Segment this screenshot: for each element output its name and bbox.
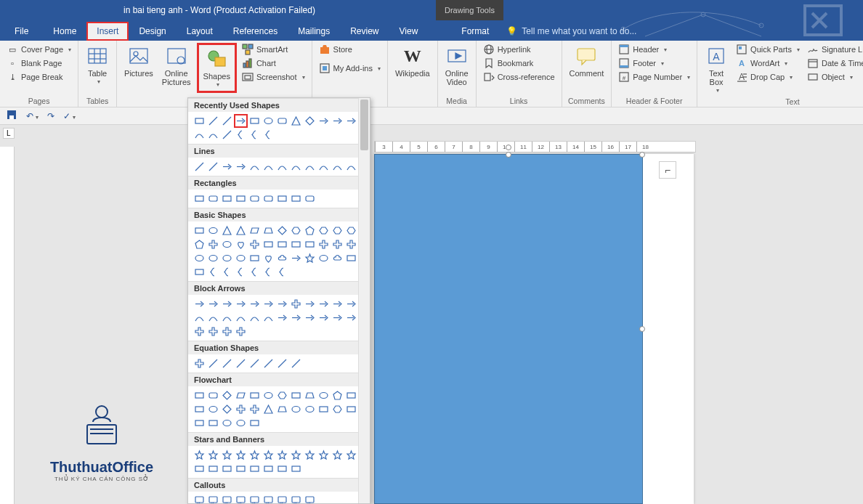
shape-dia-option[interactable]	[275, 224, 289, 237]
shape-rect-option[interactable]	[248, 389, 262, 402]
shape-line-option[interactable]	[220, 357, 234, 370]
shape-rrect-option[interactable]	[275, 114, 289, 128]
shape-arrow-option[interactable]	[275, 311, 289, 325]
shape-rect-option[interactable]	[206, 416, 220, 430]
datetime-button[interactable]: Date & Time	[805, 57, 863, 70]
shape-arrow-option[interactable]	[344, 311, 358, 325]
shape-line-option[interactable]	[220, 128, 234, 142]
shape-star-option[interactable]	[262, 448, 275, 462]
shape-arrow-option[interactable]	[262, 297, 275, 311]
shape-brace-option[interactable]	[248, 128, 262, 142]
my-addins-button[interactable]: My Add-ins	[317, 62, 383, 75]
shape-rect-option[interactable]	[234, 462, 248, 476]
shape-hex-option[interactable]	[275, 389, 289, 402]
document-page[interactable]: ⌐	[374, 154, 694, 504]
shape-oval-option[interactable]	[220, 416, 234, 430]
shape-plus-option[interactable]	[344, 237, 358, 251]
shape-oval-option[interactable]	[303, 402, 317, 416]
undo-icon[interactable]: ↶	[26, 111, 39, 121]
table-button[interactable]: Table	[83, 43, 112, 87]
shape-line-option[interactable]	[220, 114, 234, 128]
shape-oval-option[interactable]	[220, 251, 234, 265]
shape-oval-option[interactable]	[206, 402, 220, 416]
shape-heart-option[interactable]	[234, 237, 248, 251]
shape-star-option[interactable]	[303, 251, 317, 265]
vertical-ruler[interactable]	[0, 147, 15, 504]
smartart-button[interactable]: SmartArt	[240, 43, 307, 56]
shape-callout-option[interactable]	[234, 494, 248, 504]
shape-rect-option[interactable]	[248, 251, 262, 265]
page-number-button[interactable]: #Page Number	[616, 70, 692, 84]
shape-star-option[interactable]	[206, 448, 220, 462]
shape-star-option[interactable]	[331, 448, 344, 462]
shape-rect-option[interactable]	[275, 237, 289, 251]
shape-oval-option[interactable]	[234, 416, 248, 430]
shape-arrow-option[interactable]	[303, 311, 317, 325]
shape-para-option[interactable]	[248, 224, 262, 237]
shape-hex-option[interactable]	[331, 402, 344, 416]
tab-references[interactable]: References	[223, 22, 288, 41]
shape-heart-option[interactable]	[262, 251, 275, 265]
shape-brace-option[interactable]	[262, 265, 275, 279]
shape-brace-option[interactable]	[206, 265, 220, 279]
shape-rect-option[interactable]	[262, 462, 275, 476]
shape-tri-option[interactable]	[289, 114, 303, 128]
wordart-button[interactable]: AWordArt	[734, 57, 802, 70]
tab-view[interactable]: View	[389, 22, 429, 41]
shape-rect-option[interactable]	[289, 462, 303, 476]
shape-oval-option[interactable]	[234, 251, 248, 265]
horizontal-ruler[interactable]: 3456789101112131415161718	[374, 141, 696, 153]
shape-line-option[interactable]	[206, 114, 220, 128]
shape-oval-option[interactable]	[317, 251, 331, 265]
hyperlink-button[interactable]: Hyperlink	[481, 43, 557, 56]
shape-brace-option[interactable]	[248, 265, 262, 279]
shape-curve-option[interactable]	[344, 160, 358, 174]
shape-plus-option[interactable]	[331, 237, 344, 251]
shape-curve-option[interactable]	[289, 160, 303, 174]
shape-arrow-option[interactable]	[331, 114, 344, 128]
shape-rect-option[interactable]	[193, 389, 206, 402]
shape-rect-option[interactable]	[193, 192, 206, 206]
chart-button[interactable]: Chart	[240, 57, 307, 70]
shape-curve-option[interactable]	[234, 311, 248, 325]
shape-curve-option[interactable]	[262, 160, 275, 174]
shape-dia-option[interactable]	[220, 389, 234, 402]
shape-rect-option[interactable]	[193, 416, 206, 430]
shape-plus-option[interactable]	[193, 357, 206, 370]
shape-plus-option[interactable]	[248, 237, 262, 251]
store-button[interactable]: Store	[317, 43, 383, 56]
shape-callout-option[interactable]	[289, 494, 303, 504]
online-pictures-button[interactable]: Online Pictures	[159, 43, 194, 88]
shape-star-option[interactable]	[303, 448, 317, 462]
screenshot-button[interactable]: Screenshot	[240, 70, 307, 84]
shape-arrow-option[interactable]	[206, 297, 220, 311]
cover-page-button[interactable]: ▭Cover Page	[4, 43, 73, 56]
shape-arrow-option[interactable]	[331, 311, 344, 325]
shape-curve-option[interactable]	[275, 160, 289, 174]
shape-star-option[interactable]	[275, 448, 289, 462]
shape-arrow-option[interactable]	[331, 297, 344, 311]
inserted-rectangle-shape[interactable]	[374, 154, 643, 504]
comment-button[interactable]: Comment	[567, 43, 607, 79]
shape-rect-option[interactable]	[344, 402, 358, 416]
shape-oval-option[interactable]	[262, 389, 275, 402]
shape-arrow-option[interactable]	[248, 297, 262, 311]
shape-rect-option[interactable]	[220, 462, 234, 476]
shape-arrow-option[interactable]	[289, 311, 303, 325]
shape-line-option[interactable]	[262, 357, 275, 370]
shape-rect-option[interactable]	[317, 402, 331, 416]
shape-hex-option[interactable]	[317, 224, 331, 237]
shape-oval-option[interactable]	[220, 237, 234, 251]
shape-plus-option[interactable]	[317, 237, 331, 251]
quickparts-button[interactable]: Quick Parts	[734, 43, 802, 56]
shape-line-option[interactable]	[275, 357, 289, 370]
tab-mailings[interactable]: Mailings	[288, 22, 340, 41]
shape-rect-option[interactable]	[289, 389, 303, 402]
shape-brace-option[interactable]	[234, 128, 248, 142]
shape-curve-option[interactable]	[193, 311, 206, 325]
shape-callout-option[interactable]	[275, 494, 289, 504]
shape-rect-option[interactable]	[193, 462, 206, 476]
page-break-button[interactable]: ⤓Page Break	[4, 70, 73, 84]
object-button[interactable]: Object	[805, 70, 863, 84]
shape-callout-option[interactable]	[220, 494, 234, 504]
